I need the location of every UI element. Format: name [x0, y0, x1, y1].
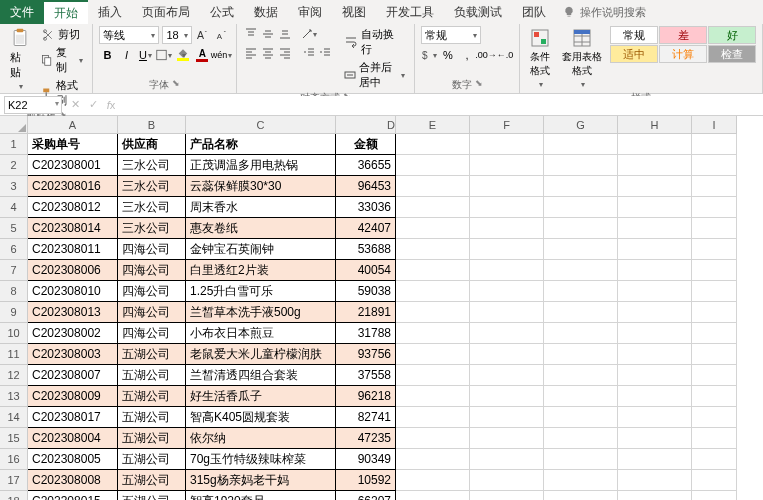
tab-数据[interactable]: 数据 [244, 0, 288, 24]
cell-E15[interactable] [396, 428, 470, 449]
cell-E12[interactable] [396, 365, 470, 386]
cell-G4[interactable] [544, 197, 618, 218]
column-header-C[interactable]: C [186, 116, 336, 134]
column-header-B[interactable]: B [118, 116, 186, 134]
style-check[interactable]: 检查 [708, 45, 756, 63]
cell-B5[interactable]: 三水公司 [118, 218, 186, 239]
cell-F11[interactable] [470, 344, 544, 365]
cell-reference-input[interactable] [5, 97, 61, 113]
cell-G17[interactable] [544, 470, 618, 491]
number-dialog-launcher[interactable]: ⬊ [475, 78, 483, 92]
cell-I15[interactable] [692, 428, 737, 449]
decrease-indent-button[interactable] [301, 45, 317, 61]
cell-G9[interactable] [544, 302, 618, 323]
cell-A11[interactable]: C202308003 [28, 344, 118, 365]
cell-F13[interactable] [470, 386, 544, 407]
cell-G8[interactable] [544, 281, 618, 302]
row-header-2[interactable]: 2 [0, 155, 28, 176]
cell-D16[interactable]: 90349 [336, 449, 396, 470]
cell-G14[interactable] [544, 407, 618, 428]
tab-视图[interactable]: 视图 [332, 0, 376, 24]
tab-开始[interactable]: 开始 [44, 0, 88, 24]
cell-B15[interactable]: 五湖公司 [118, 428, 186, 449]
cell-G5[interactable] [544, 218, 618, 239]
cell-C10[interactable]: 小布衣日本煎豆 [186, 323, 336, 344]
cell-D9[interactable]: 21891 [336, 302, 396, 323]
cell-D3[interactable]: 96453 [336, 176, 396, 197]
align-top-button[interactable] [243, 26, 259, 42]
cell-B2[interactable]: 三水公司 [118, 155, 186, 176]
cell-D18[interactable]: 66207 [336, 491, 396, 500]
cell-F18[interactable] [470, 491, 544, 500]
cell-G1[interactable] [544, 134, 618, 155]
cell-B13[interactable]: 五湖公司 [118, 386, 186, 407]
wrap-text-button[interactable]: 自动换行 [341, 26, 408, 58]
cell-H16[interactable] [618, 449, 692, 470]
cell-A7[interactable]: C202308006 [28, 260, 118, 281]
cell-C5[interactable]: 惠友卷纸 [186, 218, 336, 239]
cell-H6[interactable] [618, 239, 692, 260]
cell-C11[interactable]: 老鼠爱大米儿童柠檬润肤 [186, 344, 336, 365]
increase-decimal-button[interactable]: .00→ [478, 47, 494, 63]
cell-D5[interactable]: 42407 [336, 218, 396, 239]
cell-I16[interactable] [692, 449, 737, 470]
tab-审阅[interactable]: 审阅 [288, 0, 332, 24]
cell-H5[interactable] [618, 218, 692, 239]
cell-C9[interactable]: 兰皙草本洗手液500g [186, 302, 336, 323]
cell-H12[interactable] [618, 365, 692, 386]
cell-B16[interactable]: 五湖公司 [118, 449, 186, 470]
cell-B4[interactable]: 三水公司 [118, 197, 186, 218]
cell-F7[interactable] [470, 260, 544, 281]
formula-input[interactable] [120, 96, 763, 114]
cell-A14[interactable]: C202308017 [28, 407, 118, 428]
cell-D10[interactable]: 31788 [336, 323, 396, 344]
row-header-14[interactable]: 14 [0, 407, 28, 428]
cell-E18[interactable] [396, 491, 470, 500]
cell-D12[interactable]: 37558 [336, 365, 396, 386]
cell-E3[interactable] [396, 176, 470, 197]
cell-B6[interactable]: 四海公司 [118, 239, 186, 260]
cell-I14[interactable] [692, 407, 737, 428]
cell-H17[interactable] [618, 470, 692, 491]
cell-D8[interactable]: 59038 [336, 281, 396, 302]
cell-B8[interactable]: 四海公司 [118, 281, 186, 302]
cell-F15[interactable] [470, 428, 544, 449]
cell-A18[interactable]: C202308015 [28, 491, 118, 500]
header-cell-A[interactable]: 采购单号 [28, 134, 118, 155]
increase-indent-button[interactable] [317, 45, 333, 61]
align-bottom-button[interactable] [277, 26, 293, 42]
tell-me-search[interactable]: 操作说明搜索 [562, 0, 646, 24]
align-left-button[interactable] [243, 45, 259, 61]
style-good[interactable]: 好 [708, 26, 756, 44]
cell-I9[interactable] [692, 302, 737, 323]
cell-I12[interactable] [692, 365, 737, 386]
cell-F10[interactable] [470, 323, 544, 344]
cell-F3[interactable] [470, 176, 544, 197]
cancel-formula-button[interactable]: ✕ [66, 98, 84, 111]
cell-C7[interactable]: 白里透红2片装 [186, 260, 336, 281]
cell-B7[interactable]: 四海公司 [118, 260, 186, 281]
cell-D17[interactable]: 10592 [336, 470, 396, 491]
row-header-4[interactable]: 4 [0, 197, 28, 218]
style-calc[interactable]: 计算 [659, 45, 707, 63]
cell-E6[interactable] [396, 239, 470, 260]
fill-color-button[interactable]: ▾ [175, 47, 191, 63]
format-as-table-button[interactable]: 套用表格格式▾ [558, 26, 606, 91]
row-header-1[interactable]: 1 [0, 134, 28, 155]
cell-C8[interactable]: 1.25升白雪可乐 [186, 281, 336, 302]
cell-I3[interactable] [692, 176, 737, 197]
cell-B14[interactable]: 五湖公司 [118, 407, 186, 428]
italic-button[interactable]: I [118, 47, 134, 63]
cell-D14[interactable]: 82741 [336, 407, 396, 428]
cell-E9[interactable] [396, 302, 470, 323]
cell-F5[interactable] [470, 218, 544, 239]
cell-C12[interactable]: 兰皙清透四组合套装 [186, 365, 336, 386]
cell-H10[interactable] [618, 323, 692, 344]
cell-H8[interactable] [618, 281, 692, 302]
cell-C15[interactable]: 依尔纳 [186, 428, 336, 449]
cell-H14[interactable] [618, 407, 692, 428]
cell-H4[interactable] [618, 197, 692, 218]
tab-页面布局[interactable]: 页面布局 [132, 0, 200, 24]
cell-H11[interactable] [618, 344, 692, 365]
column-header-I[interactable]: I [692, 116, 737, 134]
